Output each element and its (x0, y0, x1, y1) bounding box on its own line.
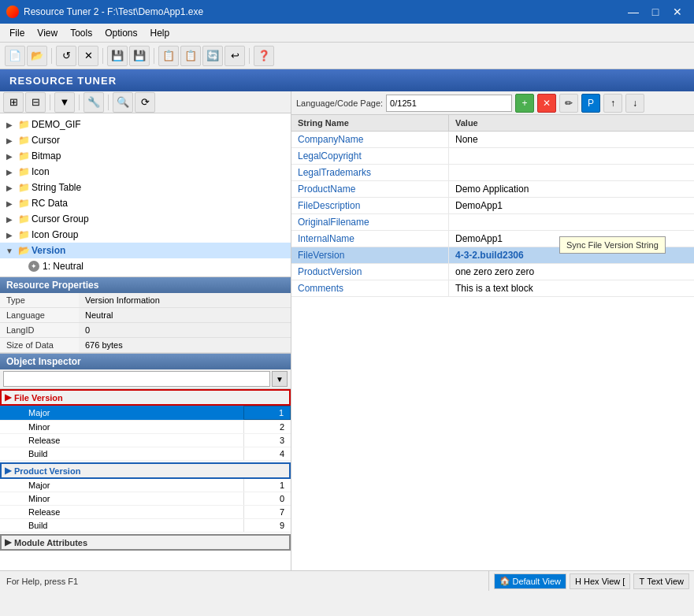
tree-item-cursor[interactable]: ▶ 📁 Cursor (0, 132, 291, 148)
tree-item-stringtable[interactable]: ▶ 📁 String Table (0, 180, 291, 195)
obj-row-release-prod[interactable]: Release 7 (0, 506, 291, 519)
save-button[interactable]: 💾 (107, 46, 128, 66)
obj-val[interactable]: 7 (243, 506, 291, 518)
obj-val[interactable]: 9 (243, 519, 291, 532)
tree-search2-btn[interactable]: ⟳ (135, 92, 155, 113)
expand-icon[interactable]: ▶ (3, 213, 16, 225)
default-view-btn[interactable]: 🏠 Default View (494, 573, 567, 589)
copy-button[interactable]: 📋 (158, 46, 179, 66)
save2-button[interactable]: 💾 (129, 46, 150, 66)
vt-row-legaltrademarks[interactable]: LegalTrademarks (291, 165, 694, 181)
expand-icon[interactable]: ▶ (3, 228, 16, 241)
right-panel: Language/Code Page: + ✕ ✏ P ↑ ↓ Sync Fil… (291, 91, 694, 570)
lang-input[interactable] (386, 95, 512, 112)
vt-row-companyname[interactable]: CompanyName None (291, 132, 694, 148)
obj-search-input[interactable] (3, 371, 270, 387)
refresh-button[interactable]: ↺ (56, 46, 76, 66)
vt-row-comments[interactable]: Comments This is a text block (291, 280, 694, 297)
menu-help[interactable]: Help (144, 26, 176, 40)
expand-icon[interactable]: ▶ (3, 150, 16, 162)
obj-val[interactable]: 4 (243, 447, 291, 460)
undo-button[interactable]: ↩ (225, 46, 245, 66)
tree-props-btn[interactable]: 🔧 (84, 92, 104, 113)
vt-row-filedescription[interactable]: FileDescription DemoApp1 (291, 198, 694, 214)
vt-row-legalcopyright[interactable]: LegalCopyright (291, 148, 694, 165)
obj-row-build-file[interactable]: Build 4 (0, 447, 291, 461)
folder-icon: 📁 (17, 228, 30, 241)
maximize-button[interactable]: □ (645, 2, 666, 22)
tree-item-demogif[interactable]: ▶ 📁 DEMO_GIF (0, 117, 291, 132)
lang-up-btn[interactable]: ↑ (603, 94, 622, 113)
obj-tree[interactable]: ▶ File Version Major 1 Minor 2 Release (0, 389, 291, 570)
menu-tools[interactable]: Tools (64, 26, 98, 40)
resource-tree[interactable]: ▶ 📁 DEMO_GIF ▶ 📁 Cursor ▶ 📁 Bitmap ▶ 📁 (0, 113, 291, 276)
obj-row-major-prod[interactable]: Major 1 (0, 479, 291, 492)
minimize-button[interactable]: — (623, 2, 644, 22)
help-button[interactable]: ❓ (254, 46, 274, 66)
expand-icon[interactable]: ▶ (3, 197, 16, 210)
props-value-langid: 0 (79, 323, 291, 337)
tree-collapse-btn[interactable]: ⊟ (25, 92, 46, 113)
tree-search-btn[interactable]: 🔍 (113, 92, 133, 113)
tree-item-rcdata[interactable]: ▶ 📁 RC Data (0, 195, 291, 211)
default-view-icon: 🏠 (499, 576, 510, 586)
obj-search-btn[interactable]: ▼ (272, 371, 288, 387)
new-button[interactable]: 📄 (5, 46, 25, 66)
text-view-icon: T (639, 577, 644, 586)
obj-row-minor-file[interactable]: Minor 2 (0, 421, 291, 434)
tree-item-icongroup[interactable]: ▶ 📁 Icon Group (0, 227, 291, 243)
folder-icon: 📁 (17, 118, 30, 131)
tree-item-neutral[interactable]: ✦ 1: Neutral (0, 258, 291, 274)
tree-item-cursorgroup[interactable]: ▶ 📁 Cursor Group (0, 211, 291, 227)
obj-val[interactable]: 2 (243, 421, 291, 433)
tree-item-icon[interactable]: ▶ 📁 Icon (0, 164, 291, 180)
obj-val[interactable]: 3 (243, 434, 291, 447)
lang-edit-btn[interactable]: ✏ (559, 94, 578, 113)
paste-button[interactable]: 📋 (180, 46, 201, 66)
expand-icon[interactable]: ▶ (3, 165, 16, 178)
close-button[interactable]: ✕ (667, 2, 688, 22)
expand-icon[interactable]: ▶ (3, 118, 16, 131)
open-button[interactable]: 📂 (27, 46, 47, 66)
cancel-button[interactable]: ✕ (78, 46, 98, 66)
obj-row-minor-prod[interactable]: Minor 0 (0, 492, 291, 506)
vt-row-productname[interactable]: ProductName Demo Application (291, 181, 694, 198)
obj-row-build-prod[interactable]: Build 9 (0, 519, 291, 533)
obj-val[interactable]: 1 (243, 406, 291, 420)
version-table[interactable]: String Name Value CompanyName None Legal… (291, 115, 694, 570)
replace-button[interactable]: 🔄 (202, 46, 223, 66)
hex-view-btn[interactable]: H Hex View [ (570, 573, 630, 589)
module-attr-header[interactable]: ▶ Module Attributes (0, 534, 291, 551)
file-version-header[interactable]: ▶ File Version (0, 389, 291, 406)
title-bar-left: Resource Tuner 2 - F:\Test\DemoApp1.exe (6, 6, 203, 18)
menu-view[interactable]: View (31, 26, 64, 40)
tree-expand-btn[interactable]: ⊞ (3, 92, 24, 113)
expand-icon[interactable]: ▼ (3, 244, 16, 257)
vt-key: ProductVersion (291, 264, 449, 280)
vt-row-originalfilename[interactable]: OriginalFilename (291, 214, 694, 231)
vt-val: one zero zero zero (449, 264, 694, 280)
obj-key: Release (0, 434, 243, 447)
expand-icon[interactable]: ▶ (3, 134, 16, 147)
obj-row-major-file[interactable]: Major 1 (0, 406, 291, 421)
obj-row-release-file[interactable]: Release 3 (0, 434, 291, 447)
window-title: Resource Tuner 2 - F:\Test\DemoApp1.exe (24, 6, 203, 17)
tree-item-bitmap[interactable]: ▶ 📁 Bitmap (0, 148, 291, 164)
obj-val[interactable]: 0 (243, 492, 291, 505)
lang-del-btn[interactable]: ✕ (537, 94, 556, 113)
text-view-btn[interactable]: T Text View (633, 573, 689, 589)
lang-add-btn[interactable]: + (515, 94, 534, 113)
lang-down-btn[interactable]: ↓ (625, 94, 644, 113)
tree-filter-btn[interactable]: ▼ (54, 92, 75, 113)
product-version-header[interactable]: ▶ Product Version (0, 462, 291, 479)
obj-key: Major (0, 406, 243, 419)
menu-options[interactable]: Options (98, 26, 143, 40)
obj-val[interactable]: 1 (243, 479, 291, 492)
menu-file[interactable]: File (3, 26, 31, 40)
expand-icon[interactable]: ▶ (3, 181, 16, 194)
lang-sync-btn[interactable]: P (581, 94, 600, 113)
vt-val: Demo Application (449, 181, 694, 197)
tree-item-version[interactable]: ▼ 📂 Version (0, 243, 291, 258)
rt-header-label: RESOURCE TUNER (9, 75, 117, 87)
vt-row-productversion[interactable]: ProductVersion one zero zero zero (291, 264, 694, 280)
